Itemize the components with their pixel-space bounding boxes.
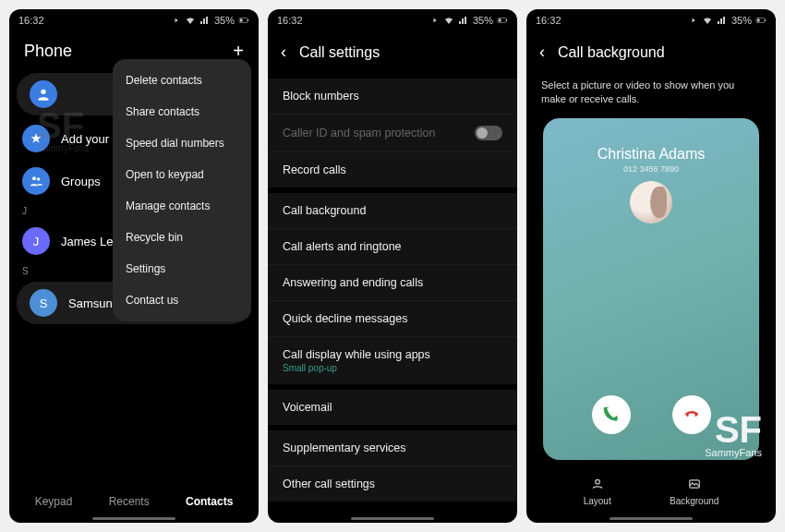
menu-manage[interactable]: Manage contacts bbox=[113, 190, 251, 222]
nav-handle[interactable] bbox=[92, 517, 175, 520]
svg-point-3 bbox=[41, 90, 45, 94]
caller-photo bbox=[630, 181, 672, 224]
status-bar: 16:32 35% bbox=[9, 9, 259, 31]
background-button[interactable]: Background bbox=[670, 478, 719, 506]
status-bar: 16:32 35% bbox=[268, 9, 517, 31]
wifi-icon bbox=[702, 15, 713, 26]
description-text: Select a picture or video to show when y… bbox=[526, 73, 776, 118]
phone-decline-icon bbox=[682, 405, 701, 424]
layout-button[interactable]: Layout bbox=[584, 478, 611, 506]
battery-text: 35% bbox=[731, 15, 752, 26]
row-call-background[interactable]: Call background bbox=[268, 193, 517, 229]
battery-icon bbox=[238, 15, 249, 26]
bottom-tabs: Keypad Recents Contacts bbox=[9, 488, 259, 515]
section-call-options: Call background Call alerts and ringtone… bbox=[268, 193, 517, 384]
menu-recycle[interactable]: Recycle bin bbox=[113, 222, 251, 253]
back-button[interactable]: ‹ bbox=[539, 42, 545, 62]
caller-number: 012 3456 7890 bbox=[543, 164, 759, 174]
tab-keypad[interactable]: Keypad bbox=[35, 495, 73, 508]
status-time: 16:32 bbox=[277, 15, 303, 26]
signal-icon bbox=[458, 15, 469, 26]
svg-rect-11 bbox=[765, 19, 766, 21]
image-icon bbox=[670, 478, 719, 493]
background-header: ‹ Call background bbox=[526, 31, 776, 73]
section-other: Supplementary services Other call settin… bbox=[268, 430, 517, 502]
svg-rect-1 bbox=[240, 19, 243, 22]
status-indicators: 35% bbox=[687, 15, 767, 26]
row-caller-id[interactable]: Caller ID and spam protection bbox=[268, 115, 517, 152]
accept-call-button[interactable] bbox=[592, 395, 631, 434]
star-icon bbox=[22, 125, 50, 152]
battery-text: 35% bbox=[214, 15, 235, 26]
phone-screen-call-settings: 16:32 35% ‹ Call settings Block numbers … bbox=[268, 9, 517, 523]
svg-point-12 bbox=[595, 479, 599, 484]
phone-screen-contacts: 16:32 35% Phone + SFSammyFans Add your f… bbox=[9, 9, 259, 523]
status-indicators: 35% bbox=[429, 15, 508, 26]
row-block-numbers[interactable]: Block numbers bbox=[268, 79, 517, 115]
battery-icon bbox=[755, 15, 767, 26]
row-other-settings[interactable]: Other call settings bbox=[268, 466, 517, 502]
mute-icon bbox=[429, 15, 440, 26]
page-title: Call background bbox=[558, 44, 665, 61]
signal-icon bbox=[717, 15, 728, 26]
decline-call-button[interactable] bbox=[672, 395, 711, 434]
battery-text: 35% bbox=[473, 15, 493, 26]
person-outline-icon bbox=[584, 478, 611, 493]
tab-recents[interactable]: Recents bbox=[109, 495, 150, 508]
mute-icon bbox=[687, 15, 698, 26]
status-bar: 16:32 35% bbox=[526, 9, 776, 31]
back-button[interactable]: ‹ bbox=[281, 42, 286, 62]
svg-rect-7 bbox=[499, 19, 501, 22]
nav-handle[interactable] bbox=[351, 517, 434, 520]
svg-point-5 bbox=[37, 177, 40, 180]
tab-contacts[interactable]: Contacts bbox=[186, 495, 233, 508]
phone-screen-call-background: 16:32 35% ‹ Call background Select a pic… bbox=[526, 9, 776, 523]
caller-id-toggle[interactable] bbox=[475, 126, 502, 140]
overflow-menu: Delete contacts Share contacts Speed dia… bbox=[113, 59, 251, 321]
menu-open-keypad[interactable]: Open to keypad bbox=[113, 159, 251, 190]
row-voicemail[interactable]: Voicemail bbox=[268, 390, 517, 425]
avatar-j: J bbox=[22, 227, 50, 255]
status-indicators: 35% bbox=[170, 15, 249, 26]
groups-label: Groups bbox=[61, 175, 101, 188]
row-answering[interactable]: Answering and ending calls bbox=[268, 265, 517, 301]
row-supplementary[interactable]: Supplementary services bbox=[268, 430, 517, 466]
nav-handle[interactable] bbox=[610, 517, 693, 520]
call-preview[interactable]: Christina Adams 012 3456 7890 bbox=[543, 118, 759, 460]
row-record-calls[interactable]: Record calls bbox=[268, 152, 517, 187]
page-title: Call settings bbox=[299, 44, 380, 61]
row-decline-messages[interactable]: Quick decline messages bbox=[268, 301, 517, 337]
caller-name: Christina Adams bbox=[543, 146, 759, 163]
menu-contact-us[interactable]: Contact us bbox=[113, 284, 251, 316]
svg-point-4 bbox=[32, 176, 36, 180]
menu-delete[interactable]: Delete contacts bbox=[113, 65, 251, 96]
phone-accept-icon bbox=[602, 405, 621, 424]
signal-icon bbox=[199, 15, 211, 26]
menu-share[interactable]: Share contacts bbox=[113, 96, 251, 127]
section-voicemail: Voicemail bbox=[268, 390, 517, 425]
row-call-display[interactable]: Call display while using apps Small pop-… bbox=[268, 337, 517, 384]
svg-rect-2 bbox=[248, 19, 248, 21]
row-call-alerts[interactable]: Call alerts and ringtone bbox=[268, 229, 517, 265]
svg-rect-8 bbox=[506, 19, 507, 21]
avatar-s: S bbox=[30, 289, 57, 317]
call-display-sub: Small pop-up bbox=[283, 363, 430, 373]
battery-icon bbox=[497, 15, 508, 26]
group-icon bbox=[22, 167, 50, 195]
person-icon bbox=[30, 80, 57, 108]
status-time: 16:32 bbox=[18, 15, 44, 26]
wifi-icon bbox=[443, 15, 454, 26]
call-buttons bbox=[543, 395, 759, 434]
settings-header: ‹ Call settings bbox=[268, 31, 517, 73]
wifi-icon bbox=[185, 15, 196, 26]
section-blocking: Block numbers Caller ID and spam protect… bbox=[268, 79, 517, 187]
page-title: Phone bbox=[24, 42, 72, 61]
bottom-actions: Layout Background bbox=[526, 478, 776, 506]
mute-icon bbox=[170, 15, 181, 26]
status-time: 16:32 bbox=[536, 15, 562, 26]
menu-settings[interactable]: Settings bbox=[113, 253, 251, 284]
svg-rect-10 bbox=[757, 19, 760, 22]
menu-speed-dial[interactable]: Speed dial numbers bbox=[113, 127, 251, 159]
